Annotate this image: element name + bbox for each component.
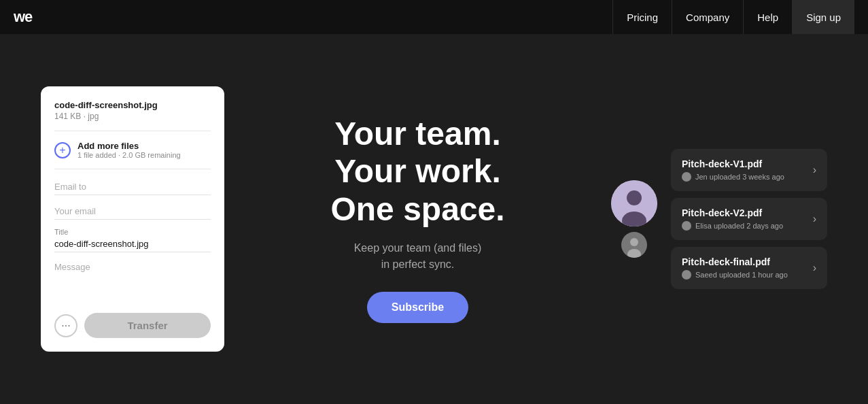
file-card-2[interactable]: Pitch-deck-final.pdf Saeed uploaded 1 ho… (671, 247, 827, 289)
your-email-input[interactable] (54, 203, 211, 220)
file-meta: 141 KB · jpg (54, 112, 211, 121)
options-button[interactable]: ··· (54, 314, 77, 337)
chevron-icon-1: › (813, 213, 816, 225)
file-card-name-1: Pitch-deck-V2.pdf (682, 207, 783, 218)
uploader-dot-2 (682, 270, 691, 280)
transfer-button[interactable]: Transfer (84, 313, 211, 338)
add-more-sub: 1 file added · 2.0 GB remaining (77, 151, 181, 159)
chevron-icon-2: › (813, 262, 816, 274)
message-field[interactable]: Message (54, 260, 211, 273)
nav-pricing[interactable]: Pricing (612, 0, 672, 34)
file-card-meta-1: Elisa uploaded 2 days ago (682, 221, 783, 231)
message-placeholder: Message (54, 262, 90, 272)
hero-subtitle-line2: in perfect sync. (354, 256, 482, 273)
hero-title-line1: Your team. (330, 115, 504, 152)
uploader-dot-0 (682, 172, 691, 182)
svg-point-1 (627, 190, 642, 205)
main-content: code-diff-screenshot.jpg 141 KB · jpg + … (0, 34, 868, 404)
hero-title-line2: Your work. (330, 152, 504, 190)
file-card-name-2: Pitch-deck-final.pdf (682, 256, 788, 267)
hero-subtitle: Keep your team (and files) in perfect sy… (354, 240, 482, 273)
file-card-uploader-1: Elisa uploaded 2 days ago (695, 222, 783, 230)
title-value[interactable]: code-diff-screenshot.jpg (54, 236, 211, 252)
file-cards: Pitch-deck-V1.pdf Jen uploaded 3 weeks a… (671, 149, 827, 289)
upload-panel: code-diff-screenshot.jpg 141 KB · jpg + … (41, 86, 224, 352)
avatar-column (611, 180, 657, 258)
hero-section: Your team. Your work. One space. Keep yo… (224, 115, 611, 323)
hero-title-line3: One space. (330, 190, 504, 228)
uploader-dot-1 (682, 221, 691, 231)
svg-point-4 (630, 238, 638, 246)
file-card-meta-2: Saeed uploaded 1 hour ago (682, 270, 788, 280)
add-more-label: Add more files (77, 141, 181, 151)
chevron-icon-0: › (813, 164, 816, 176)
navbar: we Pricing Company Help Sign up (0, 0, 868, 34)
nav-help[interactable]: Help (743, 0, 792, 34)
file-card-uploader-0: Jen uploaded 3 weeks ago (695, 173, 784, 181)
avatar-main (611, 180, 657, 226)
add-icon: + (54, 142, 71, 158)
hero-subtitle-line1: Keep your team (and files) (354, 240, 482, 256)
nav-links: Pricing Company Help Sign up (612, 0, 854, 34)
file-list-section: Pitch-deck-V1.pdf Jen uploaded 3 weeks a… (611, 149, 827, 289)
file-item: code-diff-screenshot.jpg 141 KB · jpg (54, 100, 211, 131)
hero-title: Your team. Your work. One space. (330, 115, 504, 228)
avatar-mini (621, 232, 647, 258)
file-card-meta-0: Jen uploaded 3 weeks ago (682, 172, 784, 182)
file-name: code-diff-screenshot.jpg (54, 100, 211, 110)
title-label: Title (54, 228, 211, 236)
file-card-1[interactable]: Pitch-deck-V2.pdf Elisa uploaded 2 days … (671, 198, 827, 240)
nav-company[interactable]: Company (672, 0, 743, 34)
add-more-files[interactable]: + Add more files 1 file added · 2.0 GB r… (54, 141, 211, 169)
panel-footer: ··· Transfer (54, 313, 211, 338)
file-card-0[interactable]: Pitch-deck-V1.pdf Jen uploaded 3 weeks a… (671, 149, 827, 191)
file-card-name-0: Pitch-deck-V1.pdf (682, 158, 784, 169)
nav-signup[interactable]: Sign up (792, 0, 854, 34)
your-email-field[interactable] (54, 203, 211, 220)
email-to-field[interactable] (54, 179, 211, 195)
email-to-input[interactable] (54, 179, 211, 195)
title-field: Title code-diff-screenshot.jpg (54, 228, 211, 252)
subscribe-button[interactable]: Subscribe (367, 292, 468, 323)
logo[interactable]: we (14, 8, 32, 26)
file-card-uploader-2: Saeed uploaded 1 hour ago (695, 271, 788, 279)
